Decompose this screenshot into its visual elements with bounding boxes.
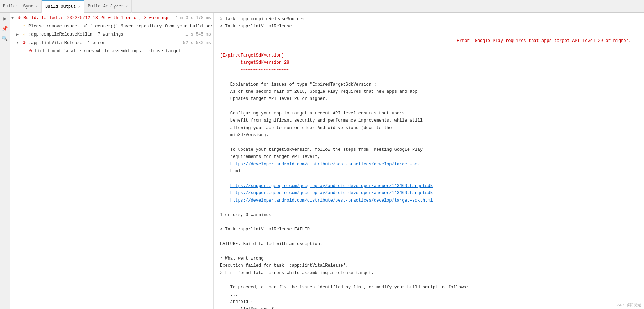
output-line-26	[220, 204, 638, 211]
tab-sync[interactable]: Sync ✕	[20, 0, 42, 13]
output-line-14: benefit from significant security and pe…	[220, 117, 638, 124]
tab-build-analyzer-close[interactable]: ✕	[126, 4, 128, 9]
output-line-32	[220, 248, 638, 255]
tab-build-output[interactable]: Build Output ✕	[42, 0, 84, 13]
output-line-20[interactable]: https://developer.android.com/distribute…	[220, 161, 638, 168]
output-line-10: As of the second half of 2018, Google Pl…	[220, 88, 638, 95]
output-line-22	[220, 175, 638, 182]
output-line-33: * What went wrong:	[220, 255, 638, 262]
output-line-31: FAILURE: Build failed with an exception.	[220, 240, 638, 247]
watermark: CSDN @韩视光	[615, 302, 641, 308]
lint-vital-text: :app:lintVitalRelease 1 error	[28, 40, 105, 47]
expand-placeholder-2	[23, 48, 28, 54]
compile-kotlin-meta: 1 s 545 ms	[180, 31, 211, 38]
expand-icon-lint[interactable]: ▼	[16, 40, 21, 46]
link-developer-android-full[interactable]: https://developer.android.com/distribute…	[230, 198, 433, 203]
expand-icon-build[interactable]: ▼	[11, 16, 16, 21]
output-line-27: 1 errors, 0 warnings	[220, 212, 638, 219]
output-line-38: ...	[220, 291, 638, 298]
tab-sync-close[interactable]: ✕	[36, 4, 38, 9]
output-line-30	[220, 233, 638, 240]
output-line-18: To update your targetSdkVersion, follow …	[220, 146, 638, 153]
output-panel[interactable]: > Task :app:compileReleaseSources > Task…	[214, 13, 644, 309]
output-line-12	[220, 103, 638, 110]
output-line-17	[220, 139, 638, 146]
output-line-15: allowing your app to run on older Androi…	[220, 124, 638, 132]
tree-item-lint-error-child: ⊘ Lint found fatal errors while assembli…	[10, 47, 213, 55]
link-support-google-2[interactable]: https://support.google.com/googleplay/an…	[230, 191, 433, 196]
output-line-23[interactable]: https://support.google.com/googleplay/an…	[220, 182, 638, 190]
build-prefix: Build:	[3, 4, 18, 9]
output-line-21: html	[220, 168, 638, 175]
build-failed-text: Build: failed at 2022/5/12 13:26 with 1 …	[23, 15, 169, 22]
tree-item-build-failed[interactable]: ▼ ⊘ Build: failed at 2022/5/12 13:26 wit…	[10, 14, 213, 22]
output-line-19: requirements for target API level",	[220, 153, 638, 160]
output-line-4	[220, 45, 638, 52]
output-line-35: > Lint found fatal errors while assembli…	[220, 270, 638, 277]
tab-bar: Build: Sync ✕ Build Output ✕ Build Analy…	[0, 0, 644, 13]
output-line-7: ~~~~~~~~~~~~~~~~~~~	[220, 66, 638, 74]
output-line-16: minSdkVersion).	[220, 132, 638, 139]
output-line-24[interactable]: https://support.google.com/googleplay/an…	[220, 190, 638, 197]
tab-sync-label: Sync	[23, 4, 33, 9]
build-failed-meta: 1 m 3 s 170 ms	[169, 15, 211, 22]
search-icon[interactable]: 🔍	[1, 35, 9, 42]
output-line-11: updates target API level 26 or higher.	[220, 95, 638, 102]
warn-icon-jcenter: ⚠	[21, 24, 27, 30]
expand-icon-kotlin[interactable]: ▶	[16, 32, 21, 38]
error-icon-build: ⊘	[16, 16, 22, 21]
output-line-37: To proceed, either fix the issues identi…	[220, 284, 638, 291]
output-line-3	[220, 30, 638, 37]
output-line-5: [ExpiredTargetSdkVersion]	[220, 52, 638, 59]
output-line-34: Execution failed for task ':app:lintVita…	[220, 262, 638, 269]
output-line-2: > Task :app:lintVitalRelease	[220, 23, 638, 30]
lint-vital-meta: 52 s 530 ms	[177, 40, 211, 47]
tab-build-output-label: Build Output	[45, 4, 76, 9]
output-error-right: Error: Google Play requires that apps ta…	[220, 37, 638, 44]
link-support-google-1[interactable]: https://support.google.com/googleplay/an…	[230, 183, 433, 188]
sidebar-icons: ▶ 📌 🔍	[0, 13, 10, 309]
compile-kotlin-text: :app:compileReleaseKotlin 7 warnings	[28, 31, 123, 38]
tab-build-analyzer-label: Build Analyzer	[88, 4, 124, 9]
output-line-39: android {	[220, 298, 638, 305]
output-line-8	[220, 74, 638, 81]
output-line-25[interactable]: https://developer.android.com/distribute…	[220, 197, 638, 204]
tree-item-compile-kotlin[interactable]: ▶ ⚠ :app:compileReleaseKotlin 7 warnings…	[10, 31, 213, 39]
output-line-36	[220, 277, 638, 284]
tab-build-analyzer[interactable]: Build Analyzer ✕	[84, 0, 132, 13]
output-line-40: lintOptions {	[220, 306, 638, 309]
tree-panel: ▼ ⊘ Build: failed at 2022/5/12 13:26 wit…	[10, 13, 213, 309]
output-line-13: Configuring your app to target a recent …	[220, 110, 638, 117]
tab-build-output-close[interactable]: ✕	[78, 5, 80, 9]
output-line-9: Explanation for issues of type "ExpiredT…	[220, 81, 638, 88]
output-line-29: > Task :app:lintVitalRelease FAILED	[220, 226, 638, 233]
jcenter-warning-text: Please remove usages of `jcenter()` Mave…	[28, 23, 213, 30]
run-icon[interactable]: ▶	[1, 15, 9, 22]
lint-error-child-text: Lint found fatal errors while assembling…	[35, 48, 181, 55]
output-line-6: targetSdkVersion 28	[220, 59, 638, 66]
link-developer-android-target-sdk[interactable]: https://developer.android.com/distribute…	[230, 162, 423, 167]
warn-icon-kotlin: ⚠	[21, 32, 27, 38]
tree-item-jcenter-warning: ⚠ Please remove usages of `jcenter()` Ma…	[10, 22, 213, 31]
error-icon-lint: ⊘	[21, 40, 27, 46]
expand-placeholder-1	[16, 24, 21, 30]
tree-item-lint-vital[interactable]: ▼ ⊘ :app:lintVitalRelease 1 error 52 s 5…	[10, 39, 213, 47]
error-icon-lint-child: ⊘	[28, 48, 33, 54]
main-area: ▶ 📌 🔍 ▼ ⊘ Build: failed at 2022/5/12 13:…	[0, 13, 644, 309]
output-line-28	[220, 219, 638, 226]
pin-icon[interactable]: 📌	[1, 25, 9, 32]
output-line-1: > Task :app:compileReleaseSources	[220, 16, 638, 23]
